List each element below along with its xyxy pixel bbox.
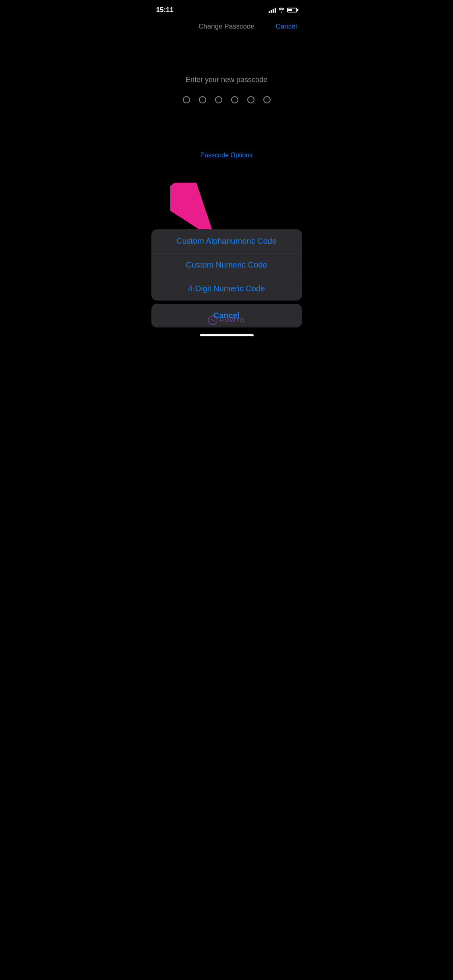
passcode-dots	[183, 96, 271, 103]
status-time: 15:11	[156, 6, 174, 14]
custom-alphanumeric-option[interactable]: Custom Alphanumeric Code	[151, 229, 302, 253]
signal-icon	[269, 7, 276, 13]
passcode-dot-1	[183, 96, 190, 103]
passcode-prompt: Enter your new passcode	[186, 76, 267, 84]
watermark: HOWTO	[208, 315, 245, 325]
nav-title: Change Passcode	[199, 23, 254, 31]
passcode-options-button[interactable]: Passcode Options	[201, 152, 253, 159]
passcode-dot-3	[215, 96, 222, 103]
action-sheet-options-group: Custom Alphanumeric Code Custom Numeric …	[151, 229, 302, 301]
battery-fill	[288, 9, 292, 11]
cancel-nav-button[interactable]: Cancel	[276, 23, 297, 31]
passcode-dot-4	[231, 96, 238, 103]
status-icons	[269, 7, 297, 13]
nav-bar: Change Passcode Cancel	[148, 18, 305, 35]
four-digit-numeric-option[interactable]: 4-Digit Numeric Code	[151, 277, 302, 301]
watermark-logo	[208, 315, 217, 325]
battery-icon	[287, 8, 297, 12]
custom-numeric-option[interactable]: Custom Numeric Code	[151, 253, 302, 277]
wifi-icon	[278, 8, 285, 12]
home-indicator	[200, 334, 254, 336]
passcode-dot-6	[263, 96, 271, 103]
watermark-text: HOWTO	[220, 317, 245, 323]
passcode-dot-5	[247, 96, 254, 103]
main-content: Enter your new passcode Passcode Options	[148, 35, 305, 167]
status-bar: 15:11	[148, 0, 305, 18]
passcode-dot-2	[199, 96, 206, 103]
